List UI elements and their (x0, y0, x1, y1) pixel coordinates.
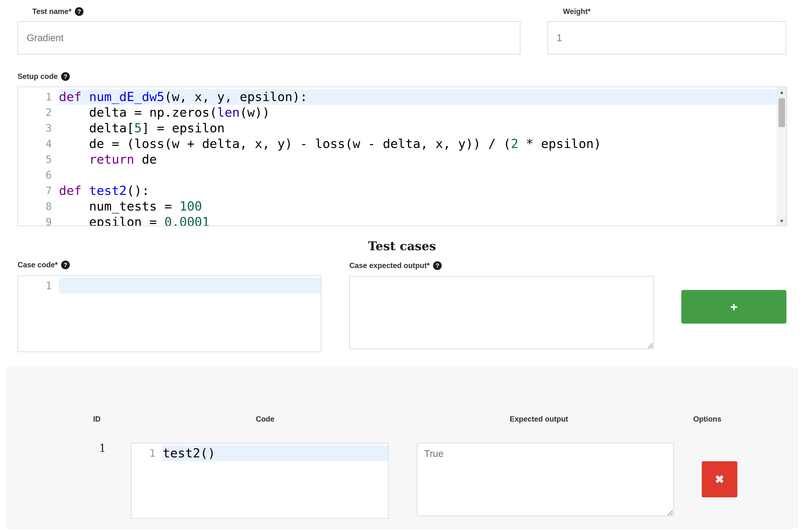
code-area[interactable]: def num_dE_dw5(w, x, y, epsilon): delta … (59, 87, 777, 226)
code-line[interactable]: test2() (162, 445, 388, 461)
test-cases-heading: Test cases (0, 239, 804, 253)
code-line[interactable]: delta[5] = epsilon (59, 120, 777, 136)
setup-code-editor[interactable]: 123456789 def num_dE_dw5(w, x, y, epsilo… (18, 87, 787, 226)
case-expected-output-textarea[interactable] (349, 276, 654, 349)
code-line[interactable]: return de (59, 152, 777, 167)
line-number: 1 (18, 278, 59, 293)
code-line[interactable]: epsilon = 0.0001 (59, 214, 777, 226)
code-line[interactable]: num_tests = 100 (59, 198, 777, 214)
setup-code-label-text: Setup code (18, 72, 58, 81)
case-expected-output-label-text: Case expected output* (349, 261, 430, 270)
case-expected-output-wrap (349, 276, 654, 349)
line-number-gutter: 1 (131, 443, 162, 518)
help-icon[interactable]: ? (75, 7, 83, 16)
line-number-gutter: 1 (18, 276, 59, 352)
scroll-down-arrow-icon[interactable]: ▼ (777, 216, 786, 226)
test-case-id: 1 (99, 442, 106, 454)
test-editor-page: Test name* ? Weight* Setup code ? 123456… (0, 0, 804, 532)
test-name-input[interactable] (18, 21, 520, 54)
weight-label-text: Weight* (563, 7, 591, 16)
line-number: 1 (131, 445, 162, 461)
delete-test-case-button[interactable]: ✖ (702, 461, 738, 497)
test-case-expected-output-wrap: True (417, 443, 674, 516)
test-name-label-text: Test name* (32, 7, 72, 16)
line-number: 7 (18, 183, 59, 198)
line-number: 3 (18, 120, 59, 136)
line-number: 2 (18, 104, 59, 120)
code-area[interactable] (59, 276, 321, 352)
weight-input[interactable] (548, 21, 786, 54)
code-line[interactable]: delta = np.zeros(len(w)) (59, 104, 777, 120)
test-case-code-editor[interactable]: 1 test2() (131, 443, 388, 518)
line-number: 5 (18, 152, 59, 167)
line-number: 4 (18, 136, 59, 152)
vertical-scrollbar[interactable]: ▲ ▼ (777, 87, 786, 226)
help-icon[interactable]: ? (61, 72, 70, 81)
column-header-id: ID (93, 415, 122, 423)
case-code-editor[interactable]: 1 (18, 276, 321, 352)
test-case-expected-output-textarea[interactable]: True (417, 443, 674, 516)
case-expected-output-label: Case expected output* ? (349, 261, 442, 270)
column-header-expected-output: Expected output (479, 415, 599, 423)
help-icon[interactable]: ? (61, 261, 70, 269)
case-code-label-text: Case code* (18, 261, 58, 269)
code-line[interactable]: def num_dE_dw5(w, x, y, epsilon): (59, 89, 777, 104)
line-number: 6 (18, 167, 59, 183)
line-number: 9 (18, 214, 59, 226)
code-line[interactable]: def test2(): (59, 183, 777, 198)
code-area[interactable]: test2() (162, 443, 388, 518)
add-test-case-button[interactable]: + (681, 290, 786, 324)
help-icon[interactable]: ? (433, 261, 442, 270)
code-line[interactable] (59, 278, 321, 293)
line-number: 1 (18, 89, 59, 104)
test-name-label: Test name* ? (32, 7, 83, 16)
code-line[interactable] (59, 167, 777, 183)
test-cases-panel: ID Code Expected output Options 1 1 test… (6, 368, 798, 528)
line-number: 8 (18, 198, 59, 214)
case-code-label: Case code* ? (18, 261, 70, 269)
code-line[interactable]: de = (loss(w + delta, x, y) - loss(w - d… (59, 136, 777, 152)
scroll-up-arrow-icon[interactable]: ▲ (777, 87, 786, 97)
scrollbar-thumb[interactable] (779, 98, 785, 127)
column-header-options: Options (671, 415, 743, 423)
line-number-gutter: 123456789 (18, 87, 59, 226)
setup-code-label: Setup code ? (18, 72, 70, 81)
weight-label: Weight* (563, 7, 591, 16)
column-header-code: Code (217, 415, 313, 423)
